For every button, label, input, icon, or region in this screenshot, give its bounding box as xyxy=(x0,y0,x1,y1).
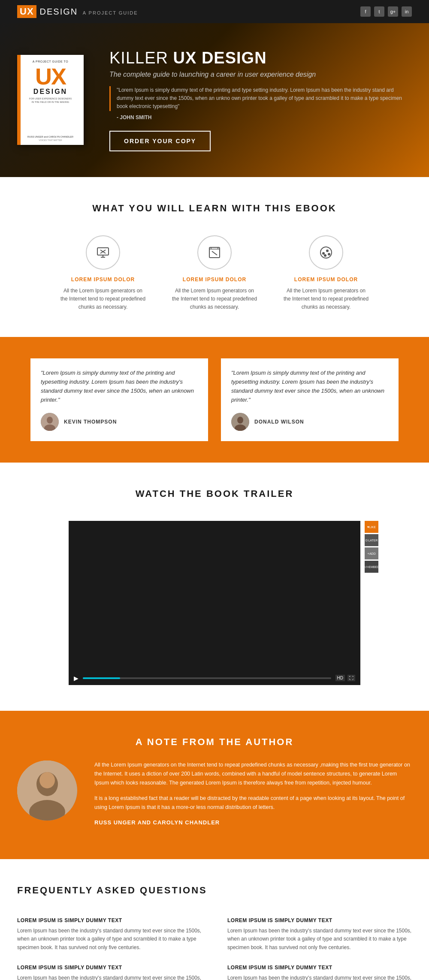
faq-item-0: LOREM IPSUM IS SIMPLY DUMMY TEXT Lorem I… xyxy=(17,917,202,952)
faq-answer-3: Lorem Ipsum has been the industry's stan… xyxy=(227,974,412,980)
faq-item-3: LOREM IPSUM IS SIMPLY DUMMY TEXT Lorem I… xyxy=(227,965,412,980)
logo-ux: UX xyxy=(17,5,36,18)
testimonial-name-1: DONALD WILSON xyxy=(254,419,304,425)
social-icons-group: f t g+ in xyxy=(360,6,412,17)
later-button[interactable]: ⊙LATER xyxy=(365,534,378,546)
faq-item-2: LOREM IPSUM IS SIMPLY DUMMY TEXT Lorem I… xyxy=(17,965,202,980)
add-button[interactable]: +ADD xyxy=(365,547,378,559)
googleplus-icon[interactable]: g+ xyxy=(388,6,398,17)
video-controls-right: HD ⛶ xyxy=(335,675,355,681)
learn-section: WHAT YOU WILL LEARN WITH THIS EBOOK LORE… xyxy=(0,177,429,337)
faq-question-1: LOREM IPSUM IS SIMPLY DUMMY TEXT xyxy=(227,917,412,923)
author-names: RUSS UNGER AND CAROLYN CHANDLER xyxy=(94,818,412,827)
hero-subtitle: The complete guide to launching a career… xyxy=(109,71,412,78)
book-design-text: DESIGN xyxy=(33,88,67,96)
book-cover: A PROJECT GUIDE TO UX DESIGN FOR USER EX… xyxy=(17,55,84,145)
faq-answer-0: Lorem Ipsum has been the industry's stan… xyxy=(17,927,202,952)
like-button[interactable]: ♥LIKE xyxy=(365,521,378,533)
testimonial-text-0: "Lorem Ipsum is simply dummy text of the… xyxy=(41,369,198,404)
feature-icon-0 xyxy=(86,235,120,270)
hero-section: A PROJECT GUIDE TO UX DESIGN FOR USER EX… xyxy=(0,23,429,177)
feature-item-2: LOREM IPSUM DOLOR All the Lorem Ipsum ge… xyxy=(283,235,369,312)
progress-fill xyxy=(83,677,120,679)
svg-point-13 xyxy=(326,250,329,252)
feature-title-0: LOREM IPSUM DOLOR xyxy=(60,277,146,283)
feature-desc-2: All the Lorem Ipsum generators on the In… xyxy=(283,287,369,312)
hero-quote: "Lorem Ipsum is simply dummy text of the… xyxy=(109,86,412,111)
facebook-icon[interactable]: f xyxy=(360,6,371,17)
svg-point-17 xyxy=(47,417,53,424)
hero-quote-author: - JOHN SMITH xyxy=(109,114,412,120)
book-for-text: FOR USER EXPERIENCE DESIGNERSIN THE FIEL… xyxy=(29,97,72,104)
author-section-title: A NOTE FROM THE AUTHOR xyxy=(17,737,412,748)
faq-grid: LOREM IPSUM IS SIMPLY DUMMY TEXT Lorem I… xyxy=(17,917,412,980)
testimonial-avatar-1 xyxy=(231,413,249,431)
video-sidebar-buttons: ♥LIKE ⊙LATER +ADD </>EMBED xyxy=(365,521,378,573)
logo-block: UX DESIGN A PROJECT GUIDE xyxy=(17,5,138,18)
testimonial-avatar-0 xyxy=(41,413,59,431)
faq-question-3: LOREM IPSUM IS SIMPLY DUMMY TEXT xyxy=(227,965,412,971)
testimonial-card-0: "Lorem Ipsum is simply dummy text of the… xyxy=(30,358,208,441)
hero-content: KILLER UX DESIGN The complete guide to l… xyxy=(109,49,412,151)
svg-point-12 xyxy=(322,252,325,255)
svg-line-10 xyxy=(212,251,217,255)
svg-point-26 xyxy=(39,772,55,788)
learn-section-title: WHAT YOU WILL LEARN WITH THIS EBOOK xyxy=(17,203,412,214)
testimonial-text-1: "Lorem Ipsum is simply dummy text of the… xyxy=(231,369,388,404)
hd-button[interactable]: HD xyxy=(335,675,345,681)
feature-item-1: LOREM IPSUM DOLOR All the Lorem Ipsum ge… xyxy=(172,235,257,312)
feature-desc-0: All the Lorem Ipsum generators on the In… xyxy=(60,287,146,312)
logo-design: DESIGN A PROJECT GUIDE xyxy=(40,7,138,17)
svg-point-14 xyxy=(328,253,330,256)
video-player: ▶ HD ⛶ xyxy=(69,521,360,685)
feature-title-1: LOREM IPSUM DOLOR xyxy=(172,277,257,283)
author-content: All the Lorem Ipsum generators on the In… xyxy=(17,761,412,833)
testimonial-card-1: "Lorem Ipsum is simply dummy text of the… xyxy=(221,358,399,441)
author-para-2: It is a long established fact that a rea… xyxy=(94,794,412,812)
svg-point-15 xyxy=(324,254,326,257)
twitter-icon[interactable]: t xyxy=(374,6,384,17)
testimonials-section: "Lorem Ipsum is simply dummy text of the… xyxy=(0,337,429,463)
features-grid: LOREM IPSUM DOLOR All the Lorem Ipsum ge… xyxy=(17,235,412,312)
book-top-label: A PROJECT GUIDE TO xyxy=(33,60,68,63)
linkedin-icon[interactable]: in xyxy=(402,6,412,17)
fullscreen-button[interactable]: ⛶ xyxy=(347,675,355,681)
faq-question-2: LOREM IPSUM IS SIMPLY DUMMY TEXT xyxy=(17,965,202,971)
book-ux-text: UX xyxy=(35,65,66,88)
feature-icon-1 xyxy=(197,235,232,270)
video-controls-bar: ▶ HD ⛶ xyxy=(69,671,360,685)
video-section: WATCH THE BOOK TRAILER ▶ HD ⛶ ♥LIKE ⊙LAT… xyxy=(0,463,429,711)
author-section: A NOTE FROM THE AUTHOR All the Lorem Ips… xyxy=(0,711,429,859)
header: UX DESIGN A PROJECT GUIDE f t g+ in xyxy=(0,0,429,23)
faq-item-1: LOREM IPSUM IS SIMPLY DUMMY TEXT Lorem I… xyxy=(227,917,412,952)
feature-icon-2 xyxy=(309,235,343,270)
faq-answer-1: Lorem Ipsum has been the industry's stan… xyxy=(227,927,412,952)
book-voices: VOICES THAT MATTER xyxy=(39,139,62,141)
book-authors: RUSS UNGER and CAROLYN CHANDLER xyxy=(27,133,73,138)
testimonial-name-0: KEVIN THOMPSON xyxy=(64,419,117,425)
faq-section: FREQUENTLY ASKED QUESTIONS LOREM IPSUM I… xyxy=(0,859,429,980)
feature-item-0: LOREM IPSUM DOLOR All the Lorem Ipsum ge… xyxy=(60,235,146,312)
faq-question-0: LOREM IPSUM IS SIMPLY DUMMY TEXT xyxy=(17,917,202,923)
embed-button[interactable]: </>EMBED xyxy=(365,561,378,573)
video-main-area xyxy=(69,521,360,671)
testimonial-footer-1: DONALD WILSON xyxy=(231,413,388,431)
testimonial-footer-0: KEVIN THOMPSON xyxy=(41,413,198,431)
faq-section-title: FREQUENTLY ASKED QUESTIONS xyxy=(17,885,412,896)
video-section-title: WATCH THE BOOK TRAILER xyxy=(17,488,412,499)
book-spine-bar xyxy=(17,55,21,145)
feature-desc-1: All the Lorem Ipsum generators on the In… xyxy=(172,287,257,312)
author-text: All the Lorem Ipsum generators on the In… xyxy=(94,761,412,833)
progress-bar[interactable] xyxy=(83,677,331,679)
order-button[interactable]: ORDER YOUR COPY xyxy=(109,131,211,151)
feature-title-2: LOREM IPSUM DOLOR xyxy=(283,277,369,283)
play-button[interactable]: ▶ xyxy=(74,675,79,682)
author-photo xyxy=(17,761,77,821)
hero-title: KILLER UX DESIGN xyxy=(109,49,412,67)
author-para-1: All the Lorem Ipsum generators on the In… xyxy=(94,761,412,788)
svg-point-20 xyxy=(237,417,243,424)
faq-answer-2: Lorem Ipsum has been the industry's stan… xyxy=(17,974,202,980)
